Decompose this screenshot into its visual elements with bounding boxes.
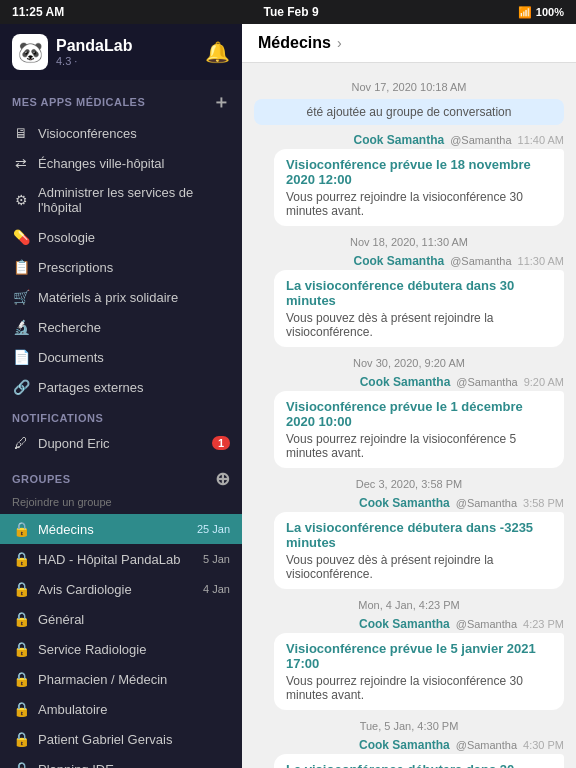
date-divider: Nov 30, 2020, 9:20 AM: [254, 357, 564, 369]
sidebar-item-general[interactable]: 🔒 Général: [0, 604, 242, 634]
msg-block: Cook Samantha @Samantha 4:30 PM La visio…: [254, 738, 564, 768]
msg-title: Visioconférence prévue le 18 novembre 20…: [286, 157, 552, 187]
msg-handle: @Samantha: [450, 134, 511, 146]
msg-block: Cook Samantha @Samantha 9:20 AM Visiocon…: [254, 375, 564, 468]
msg-sender-line: Cook Samantha @Samantha 9:20 AM: [254, 375, 564, 389]
prescriptions-icon: 📋: [12, 259, 30, 275]
msg-title: La visioconférence débutera dans 30 minu…: [286, 762, 552, 768]
app-logo-icon: 🐼: [12, 34, 48, 70]
sidebar-item-partages[interactable]: 🔗 Partages externes: [0, 372, 242, 402]
msg-bubble: La visioconférence débutera dans 30 minu…: [274, 754, 564, 768]
msg-sender: Cook Samantha: [360, 375, 451, 389]
status-time: 11:25 AM: [12, 5, 64, 19]
msg-sender-line: Cook Samantha @Samantha 3:58 PM: [254, 496, 564, 510]
msg-sender: Cook Samantha: [354, 254, 445, 268]
materiels-icon: 🛒: [12, 289, 30, 305]
msg-body: Vous pouvez dès à présent rejoindre la v…: [286, 553, 552, 581]
msg-title: La visioconférence débutera dans -3235 m…: [286, 520, 552, 550]
msg-sender: Cook Samantha: [359, 617, 450, 631]
lock-icon: 🔒: [12, 551, 30, 567]
sidebar: 🐼 PandaLab 4.3 · 🔔 MES APPS MÉDICALES ＋ …: [0, 24, 242, 768]
sidebar-item-visioconferences[interactable]: 🖥 Visioconférences: [0, 118, 242, 148]
msg-bubble: La visioconférence débutera dans -3235 m…: [274, 512, 564, 589]
chat-messages: Nov 17, 2020 10:18 AM été ajoutée au gro…: [242, 63, 576, 768]
notif-icon: 🖊: [12, 435, 30, 451]
recherche-icon: 🔬: [12, 319, 30, 335]
lock-icon: 🔒: [12, 731, 30, 747]
sidebar-item-had[interactable]: 🔒 HAD - Hôpital PandaLab 5 Jan: [0, 544, 242, 574]
msg-block: Cook Samantha @Samantha 3:58 PM La visio…: [254, 496, 564, 589]
chat-header: Médecins ›: [242, 24, 576, 63]
chevron-right-icon: ›: [337, 35, 342, 51]
bell-icon[interactable]: 🔔: [205, 40, 230, 64]
msg-time: 11:30 AM: [518, 255, 564, 267]
visio-icon: 🖥: [12, 125, 30, 141]
sidebar-item-medecins[interactable]: 🔒 Médecins 25 Jan: [0, 514, 242, 544]
sidebar-item-admin[interactable]: ⚙ Administrer les services de l'hôpital: [0, 178, 242, 222]
date-divider: Mon, 4 Jan, 4:23 PM: [254, 599, 564, 611]
msg-sender-line: Cook Samantha @Samantha 4:23 PM: [254, 617, 564, 631]
msg-block: Cook Samantha @Samantha 11:40 AM Visioco…: [254, 133, 564, 226]
sidebar-item-materiels[interactable]: 🛒 Matériels à prix solidaire: [0, 282, 242, 312]
sidebar-item-gabriel[interactable]: 🔒 Patient Gabriel Gervais: [0, 724, 242, 754]
sidebar-item-radiologie[interactable]: 🔒 Service Radiologie: [0, 634, 242, 664]
msg-time: 4:23 PM: [523, 618, 564, 630]
sidebar-item-cardio[interactable]: 🔒 Avis Cardiologie 4 Jan: [0, 574, 242, 604]
section-notifications: NOTIFICATIONS: [0, 402, 242, 428]
msg-body: Vous pouvez dès à présent rejoindre la v…: [286, 311, 552, 339]
lock-icon: 🔒: [12, 581, 30, 597]
date-divider: Nov 18, 2020, 11:30 AM: [254, 236, 564, 248]
msg-body: Vous pourrez rejoindre la visioconférenc…: [286, 432, 552, 460]
msg-title: Visioconférence prévue le 1 décembre 202…: [286, 399, 552, 429]
msg-sender-line: Cook Samantha @Samantha 11:40 AM: [254, 133, 564, 147]
msg-sender: Cook Samantha: [354, 133, 445, 147]
sidebar-item-posologie[interactable]: 💊 Posologie: [0, 222, 242, 252]
msg-sender-line: Cook Samantha @Samantha 4:30 PM: [254, 738, 564, 752]
msg-handle: @Samantha: [456, 739, 517, 751]
echanges-icon: ⇄: [12, 155, 30, 171]
msg-time: 4:30 PM: [523, 739, 564, 751]
msg-handle: @Samantha: [450, 255, 511, 267]
msg-bubble: La visioconférence débutera dans 30 minu…: [274, 270, 564, 347]
add-group-button[interactable]: ⊕: [215, 468, 231, 490]
msg-bubble: Visioconférence prévue le 18 novembre 20…: [274, 149, 564, 226]
sidebar-item-documents[interactable]: 📄 Documents: [0, 342, 242, 372]
msg-handle: @Samantha: [456, 497, 517, 509]
msg-time: 11:40 AM: [518, 134, 564, 146]
sidebar-item-pharmacien[interactable]: 🔒 Pharmacien / Médecin: [0, 664, 242, 694]
lock-icon: 🔒: [12, 641, 30, 657]
add-app-button[interactable]: ＋: [212, 90, 231, 114]
msg-block: Cook Samantha @Samantha 11:30 AM La visi…: [254, 254, 564, 347]
lock-icon: 🔒: [12, 521, 30, 537]
battery-status: 100%: [536, 6, 564, 18]
notif-badge: 1: [212, 436, 230, 450]
date-divider: Tue, 5 Jan, 4:30 PM: [254, 720, 564, 732]
chat-area: Médecins › Nov 17, 2020 10:18 AM été ajo…: [242, 24, 576, 768]
lock-icon: 🔒: [12, 671, 30, 687]
sidebar-item-prescriptions[interactable]: 📋 Prescriptions: [0, 252, 242, 282]
msg-sender: Cook Samantha: [359, 496, 450, 510]
sidebar-item-dupond[interactable]: 🖊 Dupond Eric 1: [0, 428, 242, 458]
msg-body: Vous pourrez rejoindre la visioconférenc…: [286, 674, 552, 702]
wifi-icon: 📶: [518, 6, 532, 19]
msg-handle: @Samantha: [456, 618, 517, 630]
msg-handle: @Samantha: [456, 376, 517, 388]
sidebar-item-ambulatoire[interactable]: 🔒 Ambulatoire: [0, 694, 242, 724]
msg-title: Visioconférence prévue le 5 janvier 2021…: [286, 641, 552, 671]
lock-icon: 🔒: [12, 611, 30, 627]
msg-bubble: Visioconférence prévue le 1 décembre 202…: [274, 391, 564, 468]
status-date: Tue Feb 9: [263, 5, 318, 19]
app-version: 4.3 ·: [56, 55, 132, 67]
sidebar-item-echanges[interactable]: ⇄ Échanges ville-hôpital: [0, 148, 242, 178]
sidebar-logo: 🐼 PandaLab 4.3 · 🔔: [0, 24, 242, 80]
msg-block: Cook Samantha @Samantha 4:23 PM Visiocon…: [254, 617, 564, 710]
msg-title: La visioconférence débutera dans 30 minu…: [286, 278, 552, 308]
section-groupes: GROUPES ⊕: [0, 458, 242, 494]
sidebar-item-recherche[interactable]: 🔬 Recherche: [0, 312, 242, 342]
lock-icon: 🔒: [12, 761, 30, 768]
sidebar-item-planning[interactable]: 🔒 Planning IDE: [0, 754, 242, 768]
msg-time: 3:58 PM: [523, 497, 564, 509]
msg-sender: Cook Samantha: [359, 738, 450, 752]
posologie-icon: 💊: [12, 229, 30, 245]
msg-body: Vous pourrez rejoindre la visioconférenc…: [286, 190, 552, 218]
